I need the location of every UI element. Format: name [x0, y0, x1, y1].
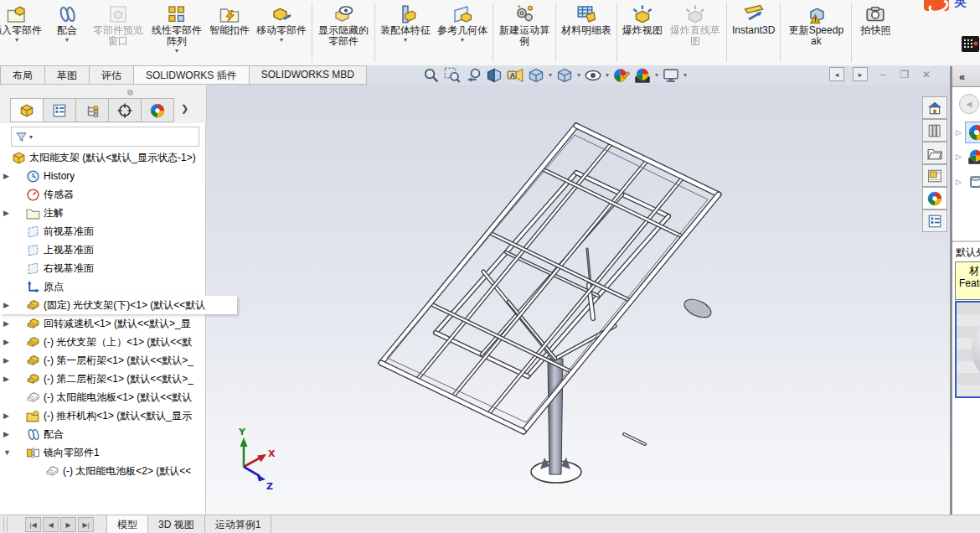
move-component-button[interactable]: 移动零部件 ▾ [254, 1, 309, 65]
expand-arrow-icon[interactable]: ▶ [3, 375, 12, 383]
instant3d-button[interactable]: Instant3D [730, 1, 777, 65]
tab-solidworks-addins[interactable]: SOLIDWORKS 插件 [134, 65, 250, 85]
panel-drag-handle[interactable] [127, 90, 133, 96]
appearances-scenes-tab[interactable] [922, 187, 947, 210]
tree-item-front-plane[interactable]: 前视基准面 [0, 222, 228, 241]
next-document-icon[interactable]: ▸ [853, 67, 868, 81]
frame-members[interactable] [381, 126, 719, 444]
bill-of-materials-button[interactable]: 材料明细表 [559, 1, 614, 65]
tree-item-component[interactable]: ▶(-) 光伏支架（上）<1> (默认<<默 [0, 333, 228, 351]
previous-view-icon[interactable] [465, 67, 482, 84]
expand-arrow-icon[interactable]: ▶ [3, 172, 12, 180]
expand-arrow-icon[interactable]: ▷ [956, 153, 962, 161]
previous-tab-icon[interactable]: ◀ [43, 517, 59, 532]
edit-appearance-icon[interactable] [613, 67, 630, 84]
tree-item-sensors[interactable]: 传感器 [0, 185, 228, 204]
back-icon[interactable]: ◄ [959, 94, 979, 114]
next-tab-icon[interactable]: ▶ [60, 517, 76, 532]
tree-item-mirror-components[interactable]: ▼镜向零部件1 [0, 443, 228, 462]
tab-overflow-icon[interactable]: ❯ [181, 103, 188, 114]
tree-filter-box[interactable]: ▾ [11, 127, 199, 147]
expand-arrow-icon[interactable]: ▶ [3, 338, 12, 346]
configuration-manager-tab[interactable] [76, 98, 109, 122]
tab-sketch[interactable]: 草图 [45, 65, 90, 85]
insert-components-button[interactable]: 插入零部件 ▾ [0, 1, 44, 65]
tab-solidworks-mbd[interactable]: SOLIDWORKS MBD [250, 65, 367, 85]
restore-icon[interactable]: ❐ [898, 68, 911, 80]
display-manager-tab[interactable] [142, 98, 174, 122]
tree-item-component[interactable]: ▶回转减速机<1> (默认<<默认>_显 [0, 314, 228, 333]
tab-evaluate[interactable]: 评估 [90, 65, 134, 85]
zoom-to-fit-icon[interactable] [423, 67, 440, 84]
ime-language-indicator[interactable]: 英 [954, 0, 967, 10]
expand-arrow-icon[interactable]: ▶ [3, 411, 12, 420]
appearance-preview-thumbnail[interactable] [955, 301, 980, 398]
tree-item-component-hidden[interactable]: (-) 太阳能电池板<2> (默认<< [0, 462, 247, 480]
tree-item-origin[interactable]: 原点 [0, 277, 228, 296]
mate-button[interactable]: 配合 ▾ [46, 1, 88, 65]
assembly-features-button[interactable]: 装配体特征 ▾ [378, 1, 433, 65]
tree-item-mates[interactable]: ▶配合 [0, 425, 228, 443]
dropdown-arrow-icon[interactable]: ▾ [683, 71, 687, 79]
slew-drive[interactable] [682, 296, 714, 321]
design-library-tab[interactable] [922, 119, 947, 142]
first-tab-icon[interactable]: |◀ [25, 517, 41, 532]
view-orientation-icon[interactable] [528, 67, 544, 84]
expand-arrow-icon[interactable]: ▶ [3, 430, 12, 438]
expand-arrow-icon[interactable]: ▷ [956, 128, 962, 137]
dimxpert-manager-tab[interactable] [109, 98, 142, 122]
file-explorer-tab[interactable] [922, 142, 947, 164]
smart-fasteners-button[interactable]: 智能扣件 [207, 1, 252, 65]
update-speedpak-button[interactable]: 更新Speedpak [783, 1, 848, 65]
ime-keyboard-icon[interactable] [962, 36, 979, 52]
minimize-icon[interactable]: – [876, 68, 890, 80]
dropdown-arrow-icon[interactable]: ▾ [655, 71, 658, 79]
dropdown-arrow-icon[interactable]: ▾ [606, 71, 609, 79]
3d-views-tab[interactable]: 3D 视图 [148, 515, 205, 533]
ime-logo-icon[interactable] [924, 0, 949, 11]
featuremanager-tree-tab[interactable] [10, 98, 44, 122]
close-icon[interactable]: ✕ [920, 68, 933, 80]
tree-item-history[interactable]: ▶History [0, 167, 228, 185]
take-snapshot-button[interactable]: 拍快照 [854, 1, 896, 65]
tree-item-subassembly[interactable]: ▶(-) 推杆机构<1> (默认<默认_显示 [0, 406, 228, 425]
tree-item-top-plane[interactable]: 上视基准面 [0, 241, 228, 259]
tree-item-component-hidden[interactable]: (-) 太阳能电池板<1> (默认<<默认 [0, 388, 228, 406]
support-pole[interactable] [548, 359, 563, 474]
last-tab-icon[interactable]: ▶| [78, 517, 94, 532]
linear-component-pattern-button[interactable]: 线性零部件阵列 ▾ [148, 1, 205, 65]
tree-item-root[interactable]: 太阳能支架 (默认<默认_显示状态-1>) [0, 148, 214, 167]
zoom-to-area-icon[interactable] [444, 67, 461, 84]
dropdown-arrow-icon[interactable]: ▾ [549, 71, 552, 79]
motion-study-tab[interactable]: 运动算例1 [205, 515, 272, 533]
expand-arrow-icon[interactable]: ▶ [3, 319, 12, 328]
collapse-pane-icon[interactable]: « [959, 70, 965, 83]
collapse-arrow-icon[interactable]: ▼ [3, 448, 12, 457]
hide-show-annotations-icon[interactable] [507, 67, 524, 84]
scenes-node[interactable]: ▷ [956, 147, 980, 167]
view-settings-icon[interactable] [663, 67, 679, 84]
tree-item-annotations[interactable]: ▶注解 [0, 204, 228, 222]
dropdown-arrow-icon[interactable]: ▾ [577, 71, 580, 79]
tree-item-component[interactable]: ▶(固定) 光伏支架(下)<1> (默认<<默认 [0, 296, 237, 314]
custom-properties-tab[interactable] [922, 210, 947, 232]
display-style-icon[interactable] [556, 67, 573, 84]
tree-item-component[interactable]: ▶(-) 第一层桁架<1> (默认<<默认>_ [0, 351, 228, 370]
new-motion-study-button[interactable]: 新建运动算例 [496, 1, 553, 65]
previous-document-icon[interactable]: ◂ [829, 67, 844, 81]
view-palette-tab[interactable] [922, 164, 947, 187]
solidworks-resources-tab[interactable] [922, 96, 947, 119]
model-tab[interactable]: 模型 [106, 515, 148, 533]
apply-scene-icon[interactable] [634, 67, 651, 84]
bottom-grip[interactable] [3, 517, 8, 532]
expand-arrow-icon[interactable]: ▶ [3, 356, 12, 365]
section-view-icon[interactable] [486, 67, 503, 84]
tab-layout[interactable]: 布局 [0, 65, 45, 85]
tree-item-right-plane[interactable]: 右视基准面 [0, 259, 228, 277]
pane-splitter[interactable] [952, 241, 980, 242]
hide-show-items-icon[interactable] [585, 67, 601, 84]
appearances-node[interactable]: ▷ [956, 122, 980, 143]
tree-item-component[interactable]: ▶(-) 第二层桁架<1> (默认<<默认>_ [0, 370, 228, 388]
show-hidden-components-button[interactable]: 显示隐藏的零部件 [315, 1, 372, 65]
expand-arrow-icon[interactable]: ▶ [3, 301, 12, 309]
